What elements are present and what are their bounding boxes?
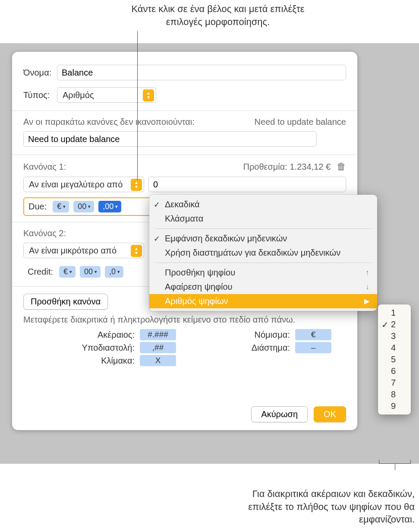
name-input[interactable] xyxy=(57,65,346,80)
trash-icon[interactable]: 🗑 xyxy=(337,161,346,172)
drag-hint: Μεταφέρετε διακριτικά ή πληκτρολογήστε κ… xyxy=(12,310,357,325)
digit-option-4[interactable]: 4 xyxy=(378,342,411,354)
digit-count-submenu: 1✓23456789 xyxy=(378,304,411,415)
currency-chip[interactable]: € xyxy=(295,329,331,340)
digit-option-7[interactable]: 7 xyxy=(378,377,411,389)
rule1-value-input[interactable] xyxy=(148,177,346,192)
rule2-prefix: Credit: xyxy=(28,267,53,277)
rule1-prefix: Due: xyxy=(28,202,47,212)
callout-bracket xyxy=(379,463,411,470)
no-rules-input[interactable] xyxy=(23,131,317,147)
decimal-options-popup: ✓Δεκαδικά Κλάσματα ✓Εμφάνιση δεκαδικών μ… xyxy=(149,195,377,311)
rule2-token-int[interactable]: 00▾ xyxy=(80,266,101,278)
type-label: Τύπος: xyxy=(23,90,57,100)
stepper-icon xyxy=(131,245,142,257)
currency-key: Νόμισμα: xyxy=(254,330,290,340)
rule2-token-decimal[interactable]: ,0▾ xyxy=(105,266,123,278)
chevron-right-icon: ▶ xyxy=(364,297,369,305)
decimal-key: Υποδιαστολή: xyxy=(82,343,135,353)
digit-option-2[interactable]: ✓2 xyxy=(378,319,411,330)
scale-chip[interactable]: X xyxy=(140,355,176,366)
callout-leader-line xyxy=(137,31,138,180)
no-rules-preview: Need to update balance xyxy=(255,117,346,127)
rule1-token-int[interactable]: 00▾ xyxy=(73,201,94,212)
menu-remove-digit[interactable]: Αφαίρεση ψηφίου↓ xyxy=(149,280,377,294)
menu-fractions[interactable]: Κλάσματα xyxy=(149,212,377,226)
rule2-token-currency[interactable]: €▾ xyxy=(59,266,76,278)
rule2-condition-select[interactable]: Αν είναι μικρότερο από xyxy=(23,243,144,258)
rule1-label: Κανόνας 1: xyxy=(23,162,66,172)
cancel-button[interactable]: Ακύρωση xyxy=(251,406,308,422)
menu-digit-count[interactable]: Αριθμός ψηφίων▶ xyxy=(149,294,377,308)
rule1-condition-select[interactable]: Αν είναι μεγαλύτερο από xyxy=(23,177,144,192)
decimal-chip[interactable]: ,## xyxy=(140,342,176,353)
digit-option-6[interactable]: 6 xyxy=(378,365,411,377)
callout-top: Κάντε κλικ σε ένα βέλος και μετά επιλέξτ… xyxy=(125,3,311,28)
rule1-condition-value: Αν είναι μεγαλύτερο από xyxy=(29,180,123,190)
rule2-label: Κανόνας 2: xyxy=(23,228,66,238)
ok-button[interactable]: OK xyxy=(314,406,346,422)
space-chip[interactable]: – xyxy=(295,342,331,353)
scale-key: Κλίμακα: xyxy=(101,356,135,366)
digit-option-3[interactable]: 3 xyxy=(378,330,411,342)
add-rule-button[interactable]: Προσθήκη κανόνα xyxy=(23,294,108,310)
menu-add-digit[interactable]: Προσθήκη ψηφίου↑ xyxy=(149,266,377,280)
type-select[interactable]: Αριθμός xyxy=(57,87,156,103)
rule1-preview: Προθεσμία: 1.234,12 € xyxy=(243,162,331,172)
type-select-value: Αριθμός xyxy=(63,90,94,100)
name-label: Όνομα: xyxy=(23,68,57,78)
rule1-token-currency[interactable]: €▾ xyxy=(53,201,69,212)
digit-option-9[interactable]: 9 xyxy=(378,400,411,412)
menu-space-zeros[interactable]: Χρήση διαστημάτων για δεκαδικών μηδενικώ… xyxy=(149,246,377,260)
digit-option-1[interactable]: 1 xyxy=(378,307,411,319)
space-key: Διάστημα: xyxy=(252,343,290,353)
rule2-condition-value: Αν είναι μικρότερο από xyxy=(29,246,117,256)
integer-chip[interactable]: #.### xyxy=(140,329,176,340)
no-rules-label: Αν οι παρακάτω κανόνες δεν ικανοποιούντα… xyxy=(23,117,195,127)
digit-option-5[interactable]: 5 xyxy=(378,354,411,365)
menu-show-zeros[interactable]: ✓Εμφάνιση δεκαδικών μηδενικών xyxy=(149,231,377,246)
digit-option-8[interactable]: 8 xyxy=(378,389,411,400)
stepper-icon xyxy=(131,179,142,191)
rule1-token-decimal[interactable]: ,00▾ xyxy=(98,201,121,212)
integer-key: Ακέραιος: xyxy=(98,330,135,340)
stepper-icon xyxy=(143,89,154,101)
menu-decimals[interactable]: ✓Δεκαδικά xyxy=(149,197,377,212)
callout-bottom: Για διακριτικά ακέραιων και δεκαδικών, ε… xyxy=(242,488,415,526)
